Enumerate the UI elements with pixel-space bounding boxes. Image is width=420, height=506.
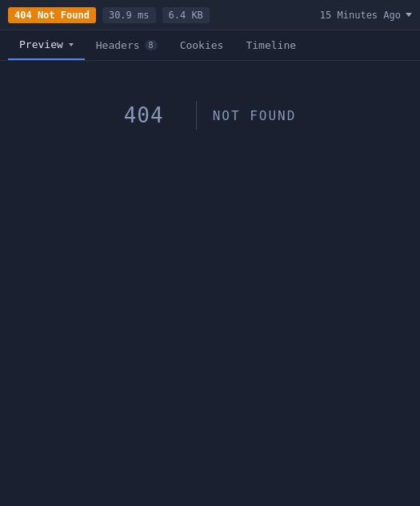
tab-headers[interactable]: Headers 8 bbox=[85, 30, 169, 60]
chevron-down-icon bbox=[406, 13, 412, 17]
tab-timeline[interactable]: Timeline bbox=[234, 30, 307, 60]
response-time: 30.9 ms bbox=[102, 7, 156, 23]
error-display: 404 NOT FOUND bbox=[124, 101, 297, 130]
tab-headers-label: Headers bbox=[96, 39, 140, 51]
status-badge-404[interactable]: 404 Not Found bbox=[8, 7, 96, 23]
response-size: 6.4 KB bbox=[162, 7, 210, 23]
tab-timeline-label: Timeline bbox=[246, 39, 296, 51]
tab-preview-label: Preview bbox=[19, 38, 63, 50]
timestamp-label: 15 Minutes Ago bbox=[320, 10, 401, 21]
main-content: 404 NOT FOUND bbox=[0, 61, 420, 506]
tab-cookies[interactable]: Cookies bbox=[169, 30, 235, 60]
timestamp[interactable]: 15 Minutes Ago bbox=[320, 10, 412, 21]
tab-cookies-label: Cookies bbox=[180, 39, 224, 51]
error-code: 404 bbox=[124, 103, 180, 127]
error-message: NOT FOUND bbox=[213, 108, 297, 123]
status-bar: 404 Not Found 30.9 ms 6.4 KB 15 Minutes … bbox=[0, 0, 420, 30]
error-divider bbox=[196, 101, 197, 130]
headers-badge: 8 bbox=[145, 40, 158, 50]
tab-bar: Preview Headers 8 Cookies Timeline bbox=[0, 30, 420, 61]
tab-preview[interactable]: Preview bbox=[8, 30, 85, 60]
chevron-down-icon bbox=[69, 43, 74, 46]
